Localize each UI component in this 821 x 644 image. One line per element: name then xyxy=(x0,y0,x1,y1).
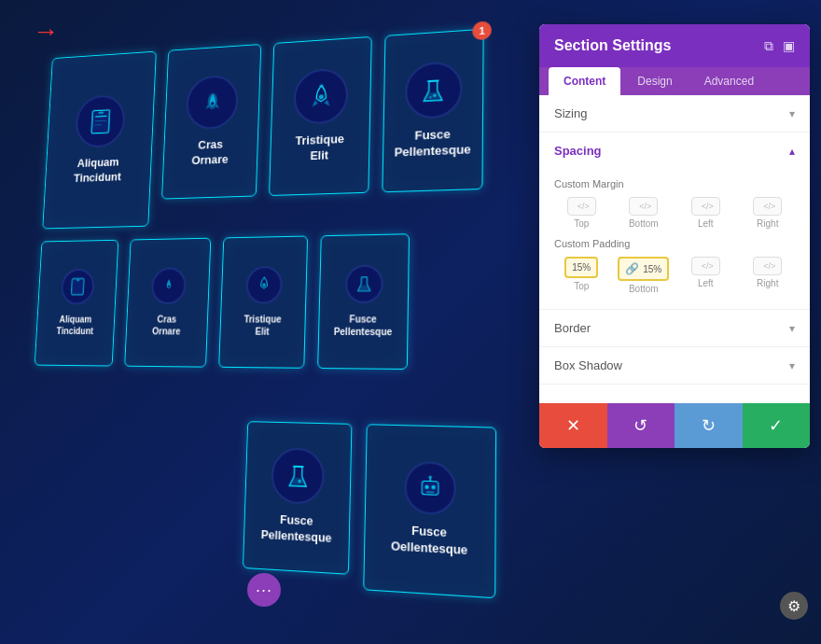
margin-top-label: Top xyxy=(574,218,589,229)
padding-top-label: Top xyxy=(574,281,589,291)
spacing-content: Custom Margin </> Top </> Bottom xyxy=(539,178,810,310)
margin-bottom-input[interactable]: </> xyxy=(629,197,658,216)
dots-button[interactable]: ··· xyxy=(247,573,281,607)
rocket2-icon-2 xyxy=(253,273,275,296)
save-button[interactable]: ✓ xyxy=(743,403,811,448)
card-icon-3 xyxy=(293,68,348,125)
padding-top-value: 15% xyxy=(572,262,591,273)
card-title-3: TristiqueElit xyxy=(295,132,344,164)
cards-row-2: AliquamTincidunt CrasOrnare xyxy=(35,231,506,371)
card-title-2: CrasOrnare xyxy=(191,137,229,169)
action-bar: ✕ ↺ ↻ ✓ xyxy=(539,403,810,448)
settings-panel: Section Settings ⧉ ▣ Content Design Adva… xyxy=(539,24,810,448)
panel-icon-copy[interactable]: ⧉ xyxy=(764,38,773,54)
panel-tabs: Content Design Advanced xyxy=(539,67,810,95)
card-fusce-oellentesque[interactable]: FusceOellentesque xyxy=(363,424,496,598)
tab-content[interactable]: Content xyxy=(549,67,620,95)
rocket2-icon xyxy=(305,79,338,113)
flask-icon xyxy=(416,73,450,107)
card-aliquam-tincidunt-2[interactable]: AliquamTincidunt xyxy=(35,240,118,367)
link-icon: 🔗 xyxy=(625,262,639,275)
panel-icon-collapse[interactable]: ▣ xyxy=(783,38,795,54)
card-wrapper-7: TristiqueElit xyxy=(218,236,308,369)
section-spacing[interactable]: Spacing ▴ xyxy=(539,133,810,169)
box-shadow-label: Box Shadow xyxy=(554,358,622,372)
card-aliquam-tincidunt[interactable]: Aliquam Tincidunt xyxy=(42,51,157,230)
box-shadow-chevron: ▾ xyxy=(789,359,795,372)
custom-padding-inputs: 15% Top 🔗 15% Bottom </> Left xyxy=(554,257,795,294)
card-cras-ornare-2[interactable]: CrasOrnare xyxy=(124,238,211,368)
margin-bottom-unit-icon: </> xyxy=(639,202,651,211)
panel-header: Section Settings ⧉ ▣ xyxy=(539,24,810,67)
card-fusce-pellentesque[interactable]: FuscePellentesque xyxy=(382,29,483,193)
robot-icon xyxy=(413,470,447,505)
custom-margin-label: Custom Margin xyxy=(554,178,795,189)
card-title-4: FuscePellentesque xyxy=(394,126,471,161)
section-border[interactable]: Border ▾ xyxy=(539,310,810,347)
svg-point-10 xyxy=(429,96,432,99)
board-icon xyxy=(85,105,115,137)
card-title-8: FuscePellentesque xyxy=(334,313,393,338)
red-arrow: → xyxy=(33,17,59,47)
margin-left-input[interactable]: </> xyxy=(691,197,720,216)
margin-left-unit-icon: </> xyxy=(702,202,714,211)
card-icon-4 xyxy=(404,61,462,119)
card-cras-ornare[interactable]: CrasOrnare xyxy=(161,44,261,200)
gear-button[interactable]: ⚙ xyxy=(780,592,808,620)
padding-right-input[interactable]: </> xyxy=(753,257,782,275)
card-fusce-pellentesque-2[interactable]: FuscePellentesque xyxy=(317,233,410,370)
card-wrapper-1: Aliquam Tincidunt xyxy=(42,51,157,230)
flask-icon-3 xyxy=(282,459,313,493)
padding-left-unit-icon: </> xyxy=(702,261,714,271)
margin-right-unit-icon: </> xyxy=(763,202,775,211)
card-fusce-pellentesque-3[interactable]: FuscePellentesque xyxy=(243,421,352,575)
padding-left-input[interactable]: </> xyxy=(691,257,720,275)
padding-bottom-input[interactable]: 🔗 15% xyxy=(618,257,669,281)
svg-point-14 xyxy=(167,285,170,288)
padding-right-label: Right xyxy=(757,278,778,288)
card-title-10: FusceOellentesque xyxy=(391,523,468,559)
tab-advanced[interactable]: Advanced xyxy=(689,67,769,95)
card-title-5: AliquamTincidunt xyxy=(56,314,94,337)
panel-body: Sizing ▾ Spacing ▴ Custom Margin </> Top xyxy=(539,95,810,403)
svg-line-1 xyxy=(95,116,106,117)
redo-button[interactable]: ↻ xyxy=(675,403,743,448)
rocket-icon xyxy=(197,86,228,119)
padding-top-input[interactable]: 15% xyxy=(564,257,598,278)
card-icon-1 xyxy=(75,94,126,148)
spacing-label: Spacing xyxy=(554,144,602,158)
card-icon-10 xyxy=(404,461,456,516)
notification-badge: 1 xyxy=(472,21,492,40)
spacer xyxy=(539,385,810,403)
section-sizing[interactable]: Sizing ▾ xyxy=(539,95,810,133)
cancel-button[interactable]: ✕ xyxy=(539,403,607,448)
padding-right-unit-icon: </> xyxy=(763,261,775,271)
svg-point-7 xyxy=(318,94,323,99)
margin-right-label: Right xyxy=(757,218,778,229)
card-wrapper-3: TristiqueElit xyxy=(268,36,372,224)
border-label: Border xyxy=(554,321,591,335)
padding-top-group: 15% Top xyxy=(554,257,609,294)
panel-title: Section Settings xyxy=(554,37,671,54)
card-wrapper-6: CrasOrnare xyxy=(124,238,211,368)
card-icon-8 xyxy=(344,265,383,303)
margin-right-group: </> Right xyxy=(741,197,796,229)
card-tristique-elit[interactable]: TristiqueElit xyxy=(269,36,372,196)
section-box-shadow[interactable]: Box Shadow ▾ xyxy=(539,347,810,385)
svg-point-15 xyxy=(262,283,266,287)
margin-left-group: </> Left xyxy=(678,197,733,229)
padding-right-group: </> Right xyxy=(741,257,796,294)
margin-top-group: </> Top xyxy=(554,197,609,229)
border-chevron: ▾ xyxy=(789,322,795,335)
bottom-cards: FuscePellentesque FusceOellentesque xyxy=(242,421,496,598)
margin-top-input[interactable]: </> xyxy=(567,197,596,216)
padding-bottom-label: Bottom xyxy=(629,284,659,294)
sizing-label: Sizing xyxy=(554,106,587,120)
card-tristique-elit-2[interactable]: TristiqueElit xyxy=(218,236,308,369)
svg-point-6 xyxy=(210,101,215,105)
spacing-chevron: ▴ xyxy=(789,145,795,158)
undo-button[interactable]: ↺ xyxy=(607,403,675,448)
margin-right-input[interactable]: </> xyxy=(753,197,782,216)
tab-design[interactable]: Design xyxy=(622,67,687,95)
margin-left-label: Left xyxy=(698,218,714,229)
